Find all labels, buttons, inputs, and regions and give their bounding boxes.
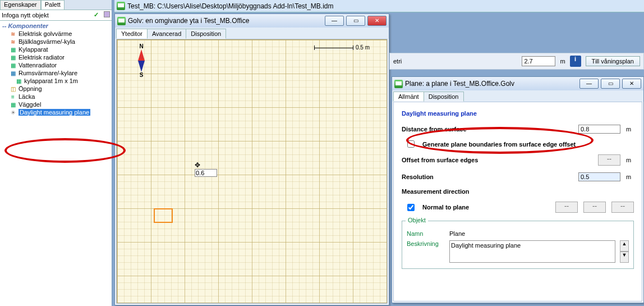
- name-value: Plane: [449, 230, 465, 237]
- row-desc: Beskrivning ▲▼: [407, 240, 629, 263]
- close-button[interactable]: ✕: [622, 79, 641, 89]
- main-titlebar: Test_MB: C:\Users\Alise\Desktop\Miljöbyg…: [114, 0, 644, 12]
- app-icon: [394, 80, 403, 88]
- compass: N S: [134, 43, 149, 78]
- tab-properties[interactable]: Egenskaper: [0, 0, 41, 10]
- desc-textarea[interactable]: [449, 240, 615, 263]
- tree-item-daylight[interactable]: ☀Daylight measuring plane: [2, 108, 109, 116]
- tree-item-vattenrad[interactable]: ▦Vattenradiator: [2, 61, 109, 69]
- left-panel: Egenskaper Palett Infoga nytt objekt ✓ -…: [0, 0, 112, 306]
- confirm-icon[interactable]: ✓: [94, 11, 102, 19]
- info-icon[interactable]: i: [570, 56, 581, 67]
- tab-yteditor[interactable]: Yteditor: [116, 29, 148, 39]
- offset-input: --: [598, 154, 620, 166]
- normal-label: Normal to plane: [422, 204, 550, 211]
- maximize-button[interactable]: ▭: [346, 16, 365, 26]
- tab-palette[interactable]: Palett: [41, 0, 65, 10]
- unit-m: m: [626, 126, 634, 133]
- close-button[interactable]: ✕: [367, 16, 387, 26]
- tree-item-rumsvarm[interactable]: ▦Rumsvärmare/-kylare: [2, 69, 109, 77]
- compass-n-label: N: [134, 43, 149, 49]
- plane-body: Daylight measuring plane Distance from s…: [393, 102, 642, 302]
- row-distance: Distance from surface m: [402, 125, 634, 134]
- row-offset: Offset from surface edges -- m: [402, 154, 634, 166]
- row-resolution: Resolution m: [402, 172, 634, 181]
- dir-z: --: [611, 202, 634, 213]
- minimize-button[interactable]: —: [325, 16, 344, 26]
- frag-unit: m: [560, 58, 565, 65]
- tree-item-kylapparat[interactable]: ▦Kylapparat: [2, 45, 109, 53]
- resolution-input[interactable]: [578, 172, 620, 181]
- row-normal: Normal to plane -- -- --: [402, 202, 634, 213]
- cursor-value-input[interactable]: [195, 169, 217, 177]
- minimize-button[interactable]: —: [579, 79, 599, 89]
- normal-checkbox[interactable]: [407, 204, 415, 211]
- surface-editor-window: Golv: en omgivande yta i Test_MB.Office …: [114, 13, 389, 305]
- tab-avancerad[interactable]: Avancerad: [147, 29, 186, 39]
- tab-disposition2[interactable]: Disposition: [424, 92, 464, 102]
- compass-north-arrow: [138, 49, 145, 61]
- doc-title: Golv: en omgivande yta i Test_MB.Office: [128, 17, 249, 25]
- cursor-icon: ✥: [195, 161, 217, 169]
- tree-item-elradiator[interactable]: ▦Elektrisk radiator: [2, 53, 109, 61]
- tab-allmant[interactable]: Allmänt: [393, 92, 424, 102]
- generate-label: Generate plane boundaries from surface e…: [422, 141, 576, 148]
- app-icon: [117, 17, 126, 25]
- unit-m: m: [626, 173, 634, 180]
- measurement-direction-label: Measurement direction: [402, 188, 634, 195]
- geometry-fragment: etri m i Till våningsplan: [389, 53, 644, 70]
- row-generate: Generate plane boundaries from surface e…: [402, 140, 634, 148]
- textarea-scroll[interactable]: ▲▼: [620, 240, 629, 263]
- category-icon[interactable]: [104, 11, 110, 17]
- doc-tabs: Yteditor Avancerad Disposition: [115, 28, 389, 39]
- distance-input[interactable]: [578, 125, 620, 134]
- scale-label: 0.5 m: [356, 44, 370, 51]
- scale-bar: 0.5 m: [314, 44, 370, 51]
- maximize-button[interactable]: ▭: [601, 79, 620, 89]
- object-group: Objekt Namn Plane Beskrivning ▲▼: [402, 221, 634, 269]
- frag-value[interactable]: [522, 56, 555, 66]
- doc-body: N S 0.5 m ✥: [116, 39, 388, 304]
- insert-label: Infoga nytt objekt: [2, 12, 49, 19]
- insert-row: Infoga nytt objekt ✓: [0, 10, 112, 21]
- tree-item-bjalklag[interactable]: ≋Bjälklagsvärme/-kyla: [2, 38, 109, 45]
- tree-item-oppning[interactable]: ◫Öppning: [2, 85, 109, 93]
- resolution-label: Resolution: [402, 173, 573, 180]
- plane-title: Plane: a plane i Test_MB.Office.Golv: [405, 80, 514, 88]
- component-tree: -- Komponenter ≋Elektrisk golvvärme ≋Bjä…: [0, 21, 112, 117]
- placement-marker[interactable]: [154, 208, 173, 223]
- compass-south-arrow: [138, 61, 145, 72]
- left-tabs: Egenskaper Palett: [0, 0, 112, 10]
- scale-bar-line: [314, 45, 353, 50]
- distance-label: Distance from surface: [402, 126, 573, 133]
- tree-item-kyl1m[interactable]: ▦kylapparat 1m x 1m: [2, 77, 109, 85]
- tree-header: -- Komponenter: [2, 22, 109, 30]
- app-icon: [117, 2, 125, 10]
- name-key: Namn: [407, 230, 445, 237]
- dir-x: --: [555, 202, 578, 213]
- offset-label: Offset from surface edges: [402, 157, 592, 163]
- compass-s-label: S: [134, 72, 149, 78]
- plane-window: Plane: a plane i Test_MB.Office.Golv — ▭…: [392, 76, 644, 303]
- unit-m: m: [626, 157, 634, 163]
- doc-titlebar[interactable]: Golv: en omgivande yta i Test_MB.Office …: [115, 14, 389, 28]
- tree-item-golvvarme[interactable]: ≋Elektrisk golvvärme: [2, 30, 109, 38]
- plane-tabs: Allmänt Disposition: [392, 90, 643, 102]
- main-title: Test_MB: C:\Users\Alise\Desktop\Miljöbyg…: [127, 2, 333, 10]
- cursor-target[interactable]: ✥: [195, 161, 217, 177]
- object-legend: Objekt: [406, 217, 428, 223]
- plane-titlebar[interactable]: Plane: a plane i Test_MB.Office.Golv — ▭…: [392, 77, 643, 90]
- row-name: Namn Plane: [407, 230, 629, 237]
- canvas-area[interactable]: N S 0.5 m ✥: [117, 39, 387, 303]
- tab-disposition[interactable]: Disposition: [186, 29, 226, 39]
- section-header: Daylight measuring plane: [402, 110, 634, 117]
- dir-y: --: [583, 202, 606, 213]
- to-floorplan-button[interactable]: Till våningsplan: [586, 56, 640, 66]
- tree-item-lacka[interactable]: ≡Läcka: [2, 93, 109, 101]
- generate-checkbox[interactable]: [407, 140, 415, 148]
- desc-key: Beskrivning: [407, 240, 445, 263]
- frag-label: etri: [393, 58, 402, 65]
- tree-item-vaggdel[interactable]: ▦Väggdel: [2, 101, 109, 108]
